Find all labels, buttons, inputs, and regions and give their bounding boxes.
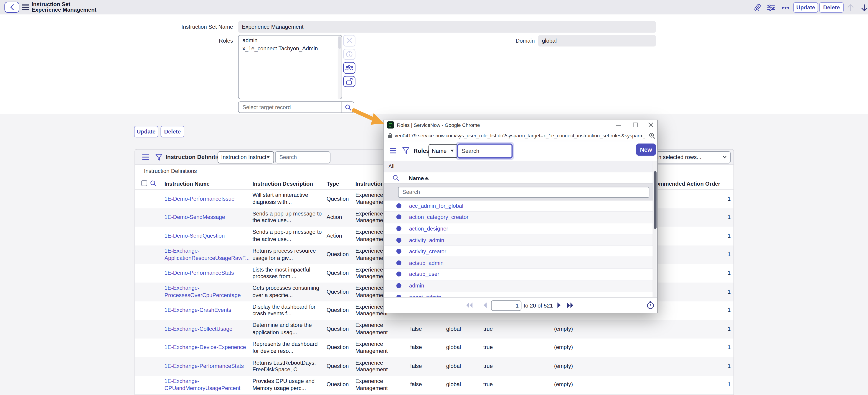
role-link[interactable]: action_designer bbox=[409, 226, 448, 232]
recommended-action-order: 1 bbox=[645, 363, 734, 370]
instruction-name-link[interactable]: 1E-Exchange-Device-Experience bbox=[164, 344, 252, 351]
reference-dot-icon[interactable] bbox=[397, 249, 401, 254]
popup-scrollbar-thumb[interactable] bbox=[654, 171, 657, 228]
popup-scrollbar[interactable] bbox=[653, 160, 657, 297]
x-icon bbox=[347, 38, 352, 43]
instruction-name-link[interactable]: 1E-Demo-SendQuestion bbox=[164, 232, 252, 239]
instruction-type: Question bbox=[327, 382, 355, 388]
column-instruction-description[interactable]: Instruction Description bbox=[252, 180, 313, 187]
reference-dot-icon[interactable] bbox=[397, 203, 401, 208]
roles-listbox[interactable]: adminx_1e_connect.Tachyon_Admin bbox=[238, 35, 342, 99]
recommended-action-order: 1 bbox=[645, 344, 734, 351]
address-bar[interactable]: ven04179.service-now.com/sys_user_role_l… bbox=[384, 130, 657, 141]
close-icon[interactable] bbox=[647, 122, 654, 128]
maximize-icon[interactable] bbox=[631, 122, 639, 128]
add-group-button[interactable] bbox=[343, 62, 355, 73]
role-link[interactable]: actsub_admin bbox=[409, 260, 443, 266]
search-icon bbox=[345, 104, 351, 111]
minimize-icon[interactable] bbox=[615, 122, 622, 128]
select-target-record-input[interactable] bbox=[238, 102, 342, 113]
next-record-icon[interactable] bbox=[860, 4, 868, 11]
column-search-icon[interactable] bbox=[150, 180, 157, 188]
breadcrumb-all[interactable]: All bbox=[388, 163, 394, 169]
list-update-button[interactable]: Update bbox=[134, 126, 158, 137]
instruction-type: Question bbox=[327, 307, 355, 314]
popup-search-input[interactable] bbox=[457, 143, 513, 158]
list-filter-icon[interactable] bbox=[156, 154, 162, 161]
last-page-icon[interactable] bbox=[566, 301, 574, 309]
instruction-description: Sends a pop-up message to the active use… bbox=[252, 229, 327, 243]
more-options-icon[interactable] bbox=[782, 4, 789, 11]
cell-value: (empty) bbox=[554, 363, 645, 370]
instruction-description: Will start an interactive diagnosis with… bbox=[252, 192, 327, 206]
role-link[interactable]: acc_admin_for_global bbox=[409, 203, 463, 209]
instruction-name-link[interactable]: 1E-Demo-SendMessage bbox=[164, 214, 252, 221]
reference-dot-icon[interactable] bbox=[397, 272, 401, 277]
instruction-name-link[interactable]: 1E-Exchange-PerformanceStats bbox=[164, 363, 252, 370]
reference-dot-icon[interactable] bbox=[397, 294, 401, 297]
popup-field-select[interactable]: Name bbox=[429, 144, 457, 158]
reference-dot-icon[interactable] bbox=[397, 283, 401, 288]
instruction-name-link[interactable]: 1E-Exchange-CrashEvents bbox=[164, 307, 252, 314]
response-time-icon[interactable] bbox=[647, 301, 655, 310]
popup-context-menu-icon[interactable] bbox=[390, 148, 396, 154]
recommended-action-order: 1 bbox=[645, 326, 734, 333]
list-context-menu-icon[interactable] bbox=[142, 154, 149, 161]
remove-role-button bbox=[343, 35, 355, 46]
list-field-select[interactable]: Instruction Instructi bbox=[217, 151, 274, 163]
instruction-name-link[interactable]: 1E-Exchange-CollectUsage bbox=[164, 326, 252, 333]
update-button[interactable]: Update bbox=[793, 2, 818, 12]
target-record-search-button[interactable] bbox=[342, 102, 354, 113]
instruction-name-link[interactable]: 1E-Demo-PerformanceIssue bbox=[164, 195, 252, 202]
reference-dot-icon[interactable] bbox=[397, 237, 401, 243]
back-button[interactable] bbox=[4, 2, 19, 13]
role-link[interactable]: activity_admin bbox=[409, 237, 444, 243]
window-titlebar[interactable]: Roles | ServiceNow - Google Chrome bbox=[384, 120, 657, 130]
instruction-set: Experience Management bbox=[355, 341, 410, 355]
instruction-name-link[interactable]: 1E-Exchange- CPUandMemoryUsagePercent bbox=[164, 378, 252, 392]
url-text: ven04179.service-now.com/sys_user_role_l… bbox=[395, 133, 645, 138]
instruction-set-name-field[interactable]: Experience Management bbox=[238, 21, 656, 33]
instruction-name-link[interactable]: 1E-Exchange- ApplicationResourceUsageRaw… bbox=[164, 248, 252, 261]
select-all-checkbox[interactable] bbox=[141, 180, 147, 186]
zoom-page-icon[interactable] bbox=[649, 132, 655, 140]
personalize-form-icon[interactable] bbox=[767, 4, 775, 11]
list-delete-button[interactable]: Delete bbox=[160, 126, 184, 137]
popup-column-name[interactable]: Name bbox=[409, 175, 424, 181]
list-search-input[interactable] bbox=[275, 151, 330, 163]
unlock-button[interactable] bbox=[343, 76, 355, 87]
instruction-set: Experience Management bbox=[355, 360, 410, 373]
instruction-name-link[interactable]: 1E-Demo-PerformanceStats bbox=[164, 270, 252, 277]
roles-list-item[interactable]: admin bbox=[239, 35, 341, 44]
reference-dot-icon[interactable] bbox=[397, 215, 401, 220]
roles-scrollbar[interactable] bbox=[338, 36, 341, 99]
column-instruction-name[interactable]: Instruction Name bbox=[164, 180, 210, 187]
page-number-input[interactable] bbox=[491, 300, 522, 311]
role-link[interactable]: activity_creator bbox=[409, 248, 446, 254]
cell-value: false bbox=[410, 344, 446, 351]
role-link[interactable]: action_category_creator bbox=[409, 214, 469, 220]
role-link[interactable]: agent_admin bbox=[409, 294, 441, 297]
instruction-description: Lists the most impactful processes from … bbox=[252, 266, 327, 280]
new-button[interactable]: New bbox=[636, 143, 656, 156]
table-row: 1E-Exchange- CPUandMemoryUsagePercentPro… bbox=[135, 376, 734, 394]
reference-dot-icon[interactable] bbox=[397, 260, 401, 265]
context-menu-icon[interactable] bbox=[22, 4, 29, 10]
domain-label: Domain bbox=[435, 37, 535, 44]
popup-name-filter-input[interactable] bbox=[398, 187, 649, 198]
lock-icon bbox=[388, 133, 392, 139]
instruction-name-link[interactable]: 1E-Exchange- ProcessesOverCpuPercentage bbox=[164, 285, 252, 299]
domain-field[interactable]: global bbox=[538, 35, 656, 47]
role-link[interactable]: actsub_user bbox=[409, 271, 439, 277]
next-page-icon[interactable] bbox=[555, 301, 562, 309]
attachment-icon[interactable] bbox=[753, 4, 761, 11]
roles-list-item[interactable]: x_1e_connect.Tachyon_Admin bbox=[239, 44, 341, 52]
column-type[interactable]: Type bbox=[327, 180, 339, 187]
popup-filter-icon[interactable] bbox=[402, 147, 409, 155]
popup-column-search-icon[interactable] bbox=[393, 174, 399, 182]
instruction-type: Question bbox=[327, 288, 355, 295]
delete-button[interactable]: Delete bbox=[819, 2, 844, 12]
reference-dot-icon[interactable] bbox=[397, 226, 401, 231]
role-row: activity_creator bbox=[384, 246, 654, 257]
role-link[interactable]: admin bbox=[409, 282, 424, 289]
